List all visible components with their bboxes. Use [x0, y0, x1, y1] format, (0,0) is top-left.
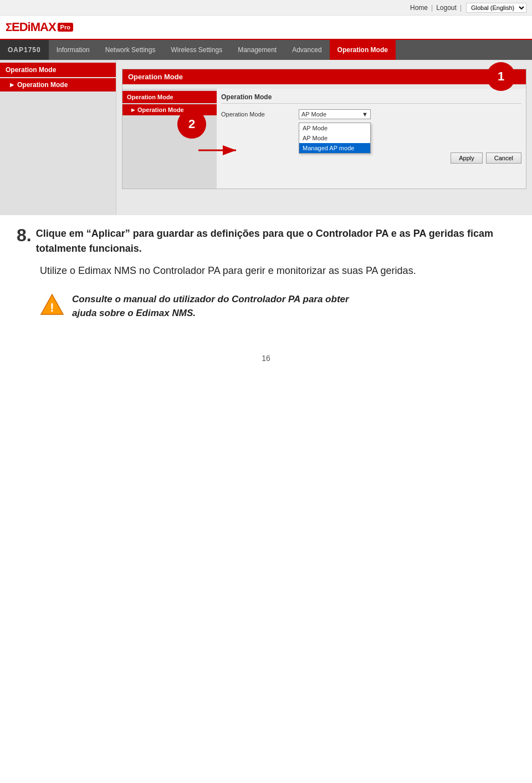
inner-button-row: Apply Cancel [221, 152, 521, 164]
dropdown-option-ap-mode-2[interactable]: AP Mode [299, 133, 370, 143]
inner-sidebar: Operation Mode Operation Mode [122, 89, 217, 189]
main-content: Operation Mode Operation Mode 1 Operatio… [0, 60, 532, 215]
language-select[interactable]: Global (English) [466, 3, 526, 13]
nav-management[interactable]: Management [230, 40, 284, 60]
inner-panel-title: Operation Mode [122, 69, 526, 84]
top-bar: Home | Logout | Global (English) [0, 0, 532, 16]
pro-badge: Pro [58, 23, 73, 32]
annotation-circle-2: 2 [177, 110, 206, 139]
inner-body: Operation Mode Operation Mode Operation … [122, 89, 526, 189]
cancel-button[interactable]: Cancel [486, 152, 521, 164]
apply-button[interactable]: Apply [451, 152, 483, 164]
warning-box: ! Consulte o manual do utilizador do Con… [40, 292, 515, 321]
inner-main: Operation Mode Operation Mode AP Mode ▼ … [217, 89, 526, 189]
warning-text: Consulte o manual do utilizador do Contr… [72, 292, 349, 321]
nav-wireless-settings[interactable]: Wireless Settings [163, 40, 230, 60]
warning-line1: Consulte o manual do utilizador do Contr… [72, 294, 349, 304]
inner-form-label: Operation Mode [221, 109, 299, 118]
sidebar: Operation Mode Operation Mode [0, 60, 116, 215]
inner-sidebar-header: Operation Mode [122, 91, 217, 103]
arrow-annotation [198, 142, 243, 159]
nav-operation-mode[interactable]: Operation Mode [330, 40, 396, 60]
dropdown-option-ap-mode-1[interactable]: AP Mode [299, 123, 370, 133]
sidebar-item-operation-mode[interactable]: Operation Mode [0, 78, 116, 91]
step-number: 8. [17, 226, 32, 244]
step-subtext: Utilize o Edimax NMS no Controlador PA p… [40, 263, 515, 279]
logout-link[interactable]: Logout [436, 4, 457, 12]
page-number: 16 [0, 354, 532, 374]
nav-bar: OAP1750 Information Network Settings Wir… [0, 40, 532, 60]
nav-items: Information Network Settings Wireless Se… [49, 40, 396, 60]
mode-select[interactable]: AP Mode ▼ [299, 109, 371, 119]
inner-form-row: Operation Mode AP Mode ▼ AP Mode AP Mode… [221, 109, 521, 119]
annotation-circle-1: 1 [487, 62, 515, 91]
logo-bar: ΣEDiMAX Pro [0, 16, 532, 40]
warning-icon: ! [40, 292, 64, 317]
ui-screenshot-area: 1 Operation Mode Operation Mode Operatio… [116, 60, 532, 215]
sigma-icon: Σ [6, 21, 12, 33]
step-heading: 8. Clique em “Aplicar” para guardar as d… [17, 226, 515, 256]
dropdown-arrow-icon: ▼ [362, 111, 368, 118]
page-content: 8. Clique em “Aplicar” para guardar as d… [0, 215, 532, 332]
inner-form-control: AP Mode ▼ AP Mode AP Mode Managed AP mod… [299, 109, 371, 119]
select-value: AP Mode [301, 111, 326, 118]
device-id: OAP1750 [0, 40, 49, 60]
mode-dropdown[interactable]: AP Mode AP Mode Managed AP mode [299, 123, 371, 154]
svg-text:!: ! [50, 301, 54, 314]
logo: ΣEDiMAX [6, 20, 56, 34]
nav-information[interactable]: Information [49, 40, 98, 60]
home-link[interactable]: Home [410, 4, 428, 12]
sidebar-header: Operation Mode [0, 63, 116, 77]
warning-line2: ajuda sobre o Edimax NMS. [72, 308, 196, 318]
separator1: | [431, 4, 433, 12]
step-text: Clique em “Aplicar” para guardar as defi… [36, 226, 515, 256]
nav-network-settings[interactable]: Network Settings [98, 40, 163, 60]
separator2: | [460, 4, 462, 12]
inner-section-title: Operation Mode [221, 93, 521, 104]
dropdown-option-managed-ap[interactable]: Managed AP mode [299, 143, 370, 153]
nav-advanced[interactable]: Advanced [284, 40, 329, 60]
inner-sidebar-item-operation-mode[interactable]: Operation Mode [122, 104, 217, 115]
